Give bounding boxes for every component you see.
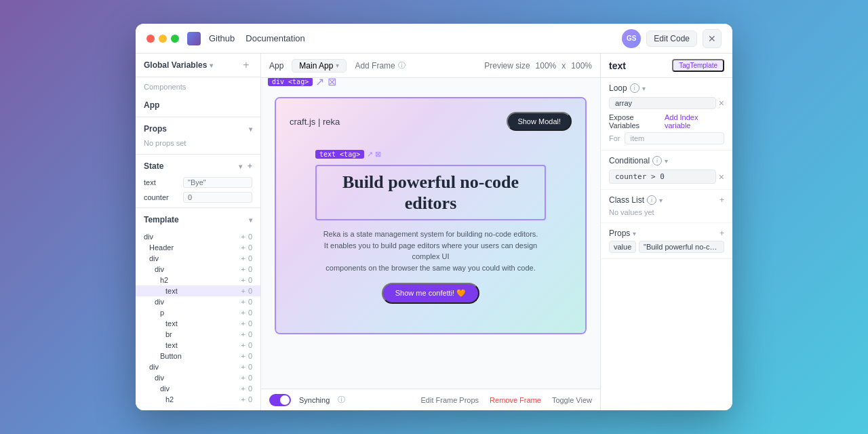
left-panel: Global Variables ▾ + Components App Prop… <box>136 54 261 410</box>
minimize-traffic-light[interactable] <box>159 35 167 43</box>
prop-value: "Build powerful no-code edit <box>639 241 724 253</box>
tree-item-text-active[interactable]: text +0 <box>136 285 260 296</box>
div-tag: div <tag> <box>268 78 313 86</box>
class-list-info-icon: i <box>647 195 656 205</box>
right-panel: text TagTemplate Loop i ▾ array × <box>600 54 732 410</box>
bottom-bar: Synching ⓘ Edit Frame Props Remove Frame… <box>261 389 600 410</box>
class-list-section: Class List i ▾ + No values yet <box>601 190 732 223</box>
div-tag-bar: div <tag> ↗ ⊠ <box>268 78 336 88</box>
prop-key: value <box>609 241 636 253</box>
fullscreen-traffic-light[interactable] <box>171 35 179 43</box>
expose-row: Expose Variables Add Index variable <box>609 113 724 130</box>
class-list-header: Class List i ▾ + <box>609 195 724 205</box>
traffic-lights <box>146 35 179 43</box>
github-link[interactable]: Github <box>209 33 235 43</box>
app-window: Github Documentation GS Edit Code ✕ Glob… <box>136 24 732 410</box>
class-list-add[interactable]: + <box>719 195 724 205</box>
tree-item-div-6[interactable]: div +0 <box>136 383 260 394</box>
toolbar-right: Preview size 100% x 100% <box>484 61 592 71</box>
global-vars-label: Global Variables ▾ <box>144 60 213 70</box>
avatar: GS <box>622 29 641 48</box>
global-vars-header: Global Variables ▾ + <box>136 54 260 77</box>
loop-chip: array <box>609 97 716 109</box>
preview-frame: craft.js | reka Show Modal! text <tag> ↗… <box>276 98 585 333</box>
text-tag: text <tag> <box>315 150 364 159</box>
add-frame-button[interactable]: Add Frame ⓘ <box>355 60 405 71</box>
toggle-view-link[interactable]: Toggle View <box>552 396 592 404</box>
close-traffic-light[interactable] <box>146 35 155 43</box>
tree-item-div-3[interactable]: div +0 <box>136 296 260 307</box>
right-panel-title: text <box>609 60 626 71</box>
title-bar: Github Documentation GS Edit Code ✕ <box>136 24 732 54</box>
class-list-label: Class List i ▾ <box>609 195 663 205</box>
add-index-link[interactable]: Add Index variable <box>665 113 724 130</box>
app-tab[interactable]: App <box>269 61 283 71</box>
tree-item-text-2[interactable]: text +0 <box>136 340 260 351</box>
main-area: Global Variables ▾ + Components App Prop… <box>136 54 732 410</box>
tree-item-button[interactable]: Button +0 <box>136 351 260 361</box>
text-selection-box[interactable]: Build powerful no-code editors <box>315 165 546 220</box>
tree-item-header[interactable]: Header +0 <box>136 242 260 253</box>
props-section-header: Props ▾ + <box>609 229 724 238</box>
props-add[interactable]: + <box>719 229 724 238</box>
right-panel-header: text TagTemplate <box>601 54 732 78</box>
settings-button[interactable]: ✕ <box>703 29 722 48</box>
for-row: For item <box>609 132 724 144</box>
preview-brand: craft.js | reka <box>290 117 340 127</box>
title-bar-right: GS Edit Code ✕ <box>622 29 722 48</box>
template-section-title: Template ▾ <box>136 211 260 229</box>
tag-template-button[interactable]: TagTemplate <box>672 59 724 72</box>
frame-wrapper: craft.js | reka Show Modal! text <tag> ↗… <box>275 97 587 334</box>
tree-item-div-5[interactable]: div +0 <box>136 372 260 383</box>
tree-item-p[interactable]: p +0 <box>136 307 260 318</box>
conditional-value: counter > 0 <box>615 172 710 181</box>
show-confetti-button[interactable]: Show me confetti! 🧡 <box>382 283 480 304</box>
loop-chip-close[interactable]: × <box>719 98 724 108</box>
expose-section: Expose Variables Add Index variable For … <box>609 113 724 144</box>
props-label: Props ▾ <box>609 229 636 238</box>
state-row-text: text "Bye" <box>136 175 260 190</box>
main-app-tab[interactable]: Main App ▾ <box>292 59 347 73</box>
conditional-input[interactable]: counter > 0 <box>609 170 716 184</box>
app-logo <box>187 32 201 45</box>
sync-label: Synching <box>299 396 330 404</box>
edit-code-button[interactable]: Edit Code <box>646 31 697 47</box>
frame-container: div <tag> ↗ ⊠ craft.js | reka Show Modal… <box>268 90 593 361</box>
text-selection-container: text <tag> ↗ ⊠ Build powerful no-code ed… <box>315 165 546 220</box>
documentation-link[interactable]: Documentation <box>245 33 304 43</box>
tree-view: div +0 Header +0 div +0 div +0 h2 +0 <box>136 229 260 408</box>
components-label: Components <box>136 77 260 96</box>
tree-item-text-1[interactable]: text +0 <box>136 318 260 329</box>
conditional-chip-close[interactable]: × <box>719 172 724 182</box>
frame-icons: ↗ ⊠ <box>315 78 336 88</box>
props-section-title: Props ▾ <box>136 120 260 138</box>
preview-canvas: div <tag> ↗ ⊠ craft.js | reka Show Modal… <box>261 78 600 389</box>
for-input[interactable]: item <box>625 132 725 144</box>
center-toolbar: App Main App ▾ Add Frame ⓘ Preview size … <box>261 54 600 78</box>
description-text: Reka is a state management system for bu… <box>322 229 539 273</box>
remove-frame-link[interactable]: Remove Frame <box>490 396 541 404</box>
show-modal-button[interactable]: Show Modal! <box>507 112 572 131</box>
tree-item-div-4[interactable]: div +0 <box>136 361 260 372</box>
conditional-label: Conditional i ▾ <box>609 156 668 165</box>
headline-text: Build powerful no-code editors <box>328 172 534 214</box>
tree-item-h2-2[interactable]: h2 +0 <box>136 394 260 405</box>
tree-item-div-2[interactable]: div +0 <box>136 264 260 275</box>
for-label: For <box>609 134 620 142</box>
state-row-counter: counter 0 <box>136 190 260 205</box>
tree-item-h2[interactable]: h2 +0 <box>136 275 260 285</box>
state-section-title: State ▾ + <box>136 157 260 175</box>
title-bar-nav: Github Documentation <box>209 33 614 43</box>
loop-info-icon: i <box>630 83 639 93</box>
text-tag-bar: text <tag> ↗ ⊠ <box>315 150 381 159</box>
add-global-var-button[interactable]: + <box>240 59 252 71</box>
conditional-section-header: Conditional i ▾ <box>609 156 724 165</box>
no-props-label: No props set <box>136 138 260 151</box>
props-section: Props ▾ + value "Build powerful no-code … <box>601 223 732 259</box>
app-section-title: App <box>136 96 260 114</box>
edit-frame-props-link[interactable]: Edit Frame Props <box>420 396 479 404</box>
sync-toggle[interactable] <box>269 394 291 406</box>
tree-item-div-0[interactable]: div +0 <box>136 231 260 242</box>
tree-item-div-1[interactable]: div +0 <box>136 253 260 264</box>
tree-item-br[interactable]: br +0 <box>136 329 260 340</box>
